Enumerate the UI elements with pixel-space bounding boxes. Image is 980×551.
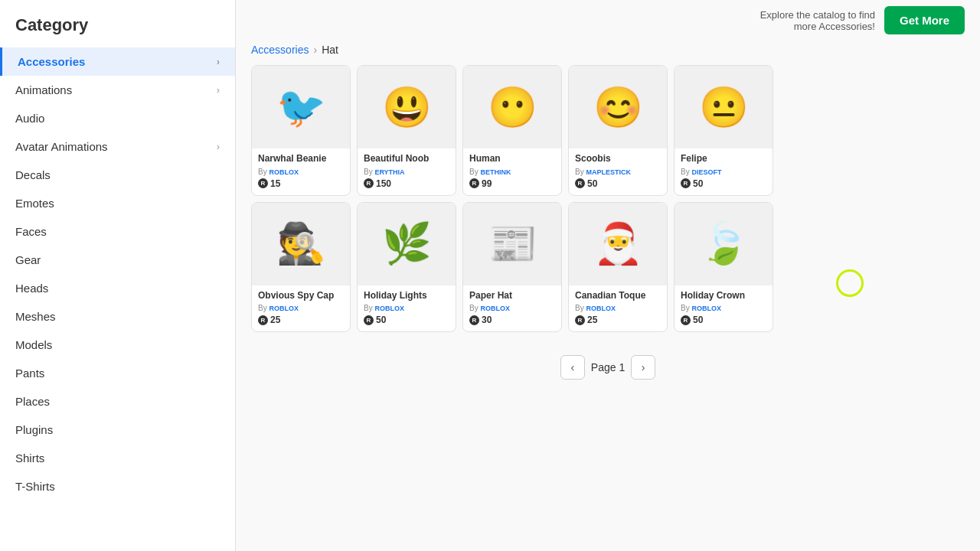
sidebar-item-shirts[interactable]: Shirts bbox=[0, 444, 235, 472]
sidebar-item-label: Meshes bbox=[15, 310, 56, 323]
item-body: Human By Bethink R 99 bbox=[463, 148, 561, 195]
item-price: R 30 bbox=[469, 315, 555, 325]
item-price: R 50 bbox=[681, 315, 766, 325]
chevron-right-icon: › bbox=[217, 141, 220, 152]
item-creator: By maplestick bbox=[575, 168, 661, 176]
item-price: R 15 bbox=[258, 178, 344, 189]
sidebar-item-accessories[interactable]: Accessories › bbox=[0, 47, 235, 76]
item-name: Human bbox=[469, 153, 555, 165]
sidebar-item-emotes[interactable]: Emotes bbox=[0, 189, 235, 217]
sidebar-item-avatar-animations[interactable]: Avatar Animations › bbox=[0, 132, 235, 161]
item-body: Obvious Spy Cap By ROBLOX R 25 bbox=[252, 285, 350, 332]
item-price: R 25 bbox=[258, 315, 344, 325]
item-price: R 50 bbox=[681, 178, 766, 189]
item-price: R 50 bbox=[364, 315, 449, 325]
item-creator: By ROBLOX bbox=[258, 304, 344, 312]
robux-icon: R bbox=[258, 178, 268, 188]
sidebar-item-animations[interactable]: Animations › bbox=[0, 76, 235, 104]
item-body: Canadian Toque By ROBLOX R 25 bbox=[569, 285, 667, 332]
sidebar-item-decals[interactable]: Decals bbox=[0, 161, 235, 189]
catalog-item[interactable]: 😶 Human By Bethink R 99 bbox=[462, 65, 562, 196]
sidebar-item-label: Emotes bbox=[15, 197, 54, 210]
price-value: 30 bbox=[482, 315, 492, 325]
prev-page-button[interactable]: ‹ bbox=[560, 355, 585, 380]
item-creator: By ROBLOX bbox=[681, 304, 766, 312]
pagination: ‹ Page 1 › bbox=[236, 347, 980, 403]
catalog-item[interactable]: 😊 Scoobis By maplestick R 50 bbox=[568, 65, 668, 196]
sidebar-item-label: Heads bbox=[15, 282, 48, 295]
item-creator: By ROBLOX bbox=[364, 304, 449, 312]
item-body: Holiday Lights By ROBLOX R 50 bbox=[358, 285, 456, 332]
catalog-item[interactable]: 🕵️ Obvious Spy Cap By ROBLOX R 25 bbox=[251, 202, 351, 333]
sidebar-item-audio[interactable]: Audio bbox=[0, 104, 235, 132]
sidebar-item-faces[interactable]: Faces bbox=[0, 217, 235, 246]
item-image: 😊 bbox=[569, 66, 667, 148]
sidebar-item-plugins[interactable]: Plugins bbox=[0, 416, 235, 444]
robux-icon: R bbox=[681, 315, 691, 325]
item-name: Canadian Toque bbox=[575, 290, 661, 302]
item-name: Scoobis bbox=[575, 153, 661, 165]
sidebar-item-label: Shirts bbox=[15, 452, 44, 465]
price-value: 15 bbox=[270, 178, 280, 189]
sidebar-item-label: Decals bbox=[15, 168, 51, 181]
items-grid: 🐦 Narwhal Beanie By ROBLOX R 15 😃 Beauti… bbox=[236, 65, 980, 347]
item-price: R 25 bbox=[575, 315, 661, 325]
sidebar-item-label: Pants bbox=[15, 367, 44, 380]
item-image: 😐 bbox=[675, 66, 773, 148]
item-creator: By ROBLOX bbox=[258, 168, 344, 176]
item-body: Paper Hat By ROBLOX R 30 bbox=[463, 285, 561, 332]
sidebar-item-tshirts[interactable]: T-Shirts bbox=[0, 472, 235, 500]
item-image: 📰 bbox=[463, 203, 561, 285]
item-image: 😃 bbox=[358, 66, 456, 148]
breadcrumb-parent[interactable]: Accessories bbox=[251, 44, 309, 56]
catalog-item[interactable]: 🌿 Holiday Lights By ROBLOX R 50 bbox=[357, 202, 456, 333]
sidebar-item-label: Faces bbox=[15, 225, 47, 238]
robux-icon: R bbox=[469, 178, 479, 188]
item-body: Holiday Crown By ROBLOX R 50 bbox=[675, 285, 773, 332]
item-body: Scoobis By maplestick R 50 bbox=[569, 148, 667, 195]
item-creator: By DieSoft bbox=[681, 168, 766, 176]
catalog-item[interactable]: 😐 Felipe By DieSoft R 50 bbox=[674, 65, 773, 196]
sidebar-title: Category bbox=[0, 8, 235, 47]
price-value: 25 bbox=[270, 315, 280, 325]
robux-icon: R bbox=[681, 178, 691, 188]
item-name: Beautiful Noob bbox=[364, 153, 449, 165]
catalog-item[interactable]: 🐦 Narwhal Beanie By ROBLOX R 15 bbox=[251, 65, 351, 196]
sidebar-item-gear[interactable]: Gear bbox=[0, 246, 235, 274]
price-value: 99 bbox=[482, 178, 492, 189]
robux-icon: R bbox=[469, 315, 479, 325]
get-more-button[interactable]: Get More bbox=[884, 6, 965, 34]
robux-icon: R bbox=[364, 315, 374, 325]
item-price: R 50 bbox=[575, 178, 661, 189]
robux-icon: R bbox=[575, 178, 585, 188]
sidebar-item-models[interactable]: Models bbox=[0, 331, 235, 359]
item-name: Narwhal Beanie bbox=[258, 153, 344, 165]
chevron-right-icon: › bbox=[217, 56, 220, 67]
breadcrumb-current: Hat bbox=[322, 44, 338, 56]
catalog-item[interactable]: 🍃 Holiday Crown By ROBLOX R 50 bbox=[674, 202, 773, 333]
next-page-button[interactable]: › bbox=[631, 355, 655, 380]
catalog-item[interactable]: 🎅 Canadian Toque By ROBLOX R 25 bbox=[568, 202, 668, 333]
catalog-item[interactable]: 😃 Beautiful Noob By Erythia R 150 bbox=[357, 65, 456, 196]
item-price: R 99 bbox=[469, 178, 555, 189]
sidebar: Category Accessories › Animations › Audi… bbox=[0, 0, 236, 551]
sidebar-item-label: Avatar Animations bbox=[15, 140, 108, 153]
item-creator: By Bethink bbox=[469, 168, 555, 176]
item-body: Felipe By DieSoft R 50 bbox=[675, 148, 773, 195]
sidebar-item-heads[interactable]: Heads bbox=[0, 274, 235, 302]
page-label: Page 1 bbox=[591, 361, 625, 373]
chevron-right-icon: › bbox=[217, 84, 220, 96]
item-image: 🍃 bbox=[675, 203, 773, 285]
item-body: Narwhal Beanie By ROBLOX R 15 bbox=[252, 148, 350, 195]
catalog-item[interactable]: 📰 Paper Hat By ROBLOX R 30 bbox=[462, 202, 562, 333]
item-image: 🐦 bbox=[252, 66, 350, 148]
item-body: Beautiful Noob By Erythia R 150 bbox=[358, 148, 456, 195]
sidebar-item-places[interactable]: Places bbox=[0, 387, 235, 416]
sidebar-item-label: Plugins bbox=[15, 423, 53, 436]
price-value: 25 bbox=[587, 315, 597, 325]
sidebar-item-meshes[interactable]: Meshes bbox=[0, 302, 235, 331]
top-banner: Explore the catalog to findmore Accessor… bbox=[236, 0, 980, 41]
item-name: Holiday Lights bbox=[364, 290, 449, 302]
sidebar-item-pants[interactable]: Pants bbox=[0, 359, 235, 387]
price-value: 50 bbox=[376, 315, 386, 325]
